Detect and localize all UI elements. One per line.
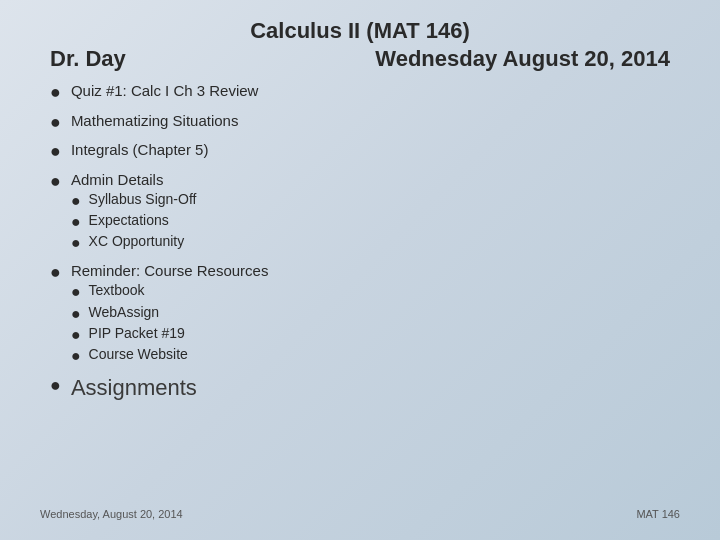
slide-title: Calculus II (MAT 146) (40, 18, 680, 44)
list-item-label: Assignments (71, 375, 197, 401)
sub-list-item-label: XC Opportunity (89, 233, 185, 249)
list-item: ●Quiz #1: Calc I Ch 3 Review (50, 82, 680, 104)
slide-subtitle: Dr. Day Wednesday August 20, 2014 (40, 46, 680, 72)
bullet-icon: ● (50, 112, 61, 134)
slide-header: Calculus II (MAT 146) Dr. Day Wednesday … (40, 18, 680, 72)
list-item: ●Textbook (71, 282, 269, 301)
sub-list: ●Textbook●WebAssign●PIP Packet #19●Cours… (71, 282, 269, 367)
slide-content: ●Quiz #1: Calc I Ch 3 Review●Mathematizi… (40, 82, 680, 504)
list-item-label: Quiz #1: Calc I Ch 3 Review (71, 82, 259, 99)
list-item-label: Integrals (Chapter 5) (71, 141, 209, 158)
subtitle-right: Wednesday August 20, 2014 (375, 46, 670, 72)
sub-list-item-label: WebAssign (89, 304, 160, 320)
list-item: ●Course Website (71, 346, 269, 365)
slide: Calculus II (MAT 146) Dr. Day Wednesday … (0, 0, 720, 540)
bullet-icon: ● (50, 375, 61, 397)
footer-date: Wednesday, August 20, 2014 (40, 508, 183, 520)
footer-course: MAT 146 (636, 508, 680, 520)
list-item: ●Admin Details●Syllabus Sign-Off●Expecta… (50, 171, 680, 255)
sub-bullet-icon: ● (71, 212, 81, 231)
list-item-label: Mathematizing Situations (71, 112, 239, 129)
sub-bullet-icon: ● (71, 233, 81, 252)
sub-bullet-icon: ● (71, 304, 81, 323)
list-item-label: Admin Details (71, 171, 197, 188)
sub-bullet-icon: ● (71, 325, 81, 344)
list-item: ●PIP Packet #19 (71, 325, 269, 344)
subtitle-left: Dr. Day (50, 46, 126, 72)
sub-list-item-label: Expectations (89, 212, 169, 228)
bullet-icon: ● (50, 171, 61, 193)
sub-bullet-icon: ● (71, 282, 81, 301)
sub-list-item-label: PIP Packet #19 (89, 325, 185, 341)
list-item: ●Expectations (71, 212, 197, 231)
sub-list-item-label: Syllabus Sign-Off (89, 191, 197, 207)
list-item: ●Syllabus Sign-Off (71, 191, 197, 210)
sub-list-item-label: Course Website (89, 346, 188, 362)
list-item: ●XC Opportunity (71, 233, 197, 252)
sub-bullet-icon: ● (71, 191, 81, 210)
bullet-icon: ● (50, 141, 61, 163)
bullet-icon: ● (50, 262, 61, 284)
slide-footer: Wednesday, August 20, 2014 MAT 146 (40, 504, 680, 520)
bullet-icon: ● (50, 82, 61, 104)
sub-bullet-icon: ● (71, 346, 81, 365)
list-item: ●Integrals (Chapter 5) (50, 141, 680, 163)
list-item: ●Assignments (50, 375, 680, 401)
list-item: ●Reminder: Course Resources●Textbook●Web… (50, 262, 680, 367)
list-item: ●Mathematizing Situations (50, 112, 680, 134)
sub-list: ●Syllabus Sign-Off●Expectations●XC Oppor… (71, 191, 197, 255)
list-item-label: Reminder: Course Resources (71, 262, 269, 279)
sub-list-item-label: Textbook (89, 282, 145, 298)
list-item: ●WebAssign (71, 304, 269, 323)
main-list: ●Quiz #1: Calc I Ch 3 Review●Mathematizi… (50, 82, 680, 401)
